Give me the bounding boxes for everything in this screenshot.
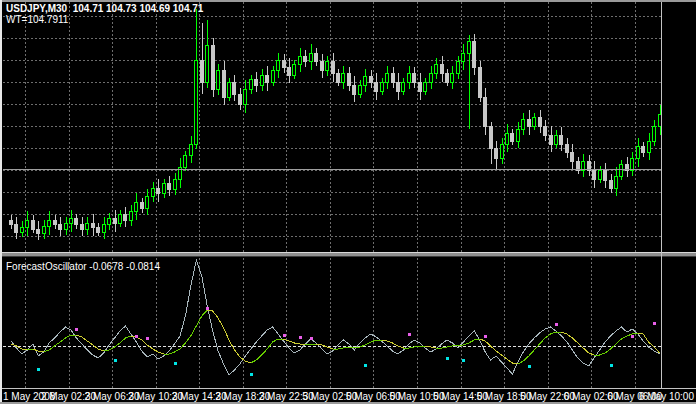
oscillator-smooth-line xyxy=(343,347,349,348)
indicator-panel[interactable] xyxy=(3,258,661,388)
price-axis[interactable]: 104.71 0.8571 0.00 -0.2903 105.75105.601… xyxy=(661,0,696,388)
oscillator-smooth-line xyxy=(393,343,398,346)
bull-candle-body xyxy=(244,89,247,104)
oscillator-smooth-line xyxy=(523,356,529,361)
bull-candle-body xyxy=(261,75,264,85)
bull-candle-body xyxy=(326,61,329,70)
panel-divider[interactable] xyxy=(0,252,696,257)
oscillator-smooth-line xyxy=(294,343,300,344)
bear-candle-body xyxy=(54,220,57,224)
bear-candle-body xyxy=(255,79,258,85)
oscillator-smooth-line xyxy=(153,349,159,352)
oscillator-smooth-line xyxy=(316,344,322,345)
bear-candle-body xyxy=(32,220,35,229)
oscillator-smooth-line xyxy=(529,350,534,356)
bull-candle-body xyxy=(517,129,520,141)
bull-candle-body xyxy=(103,224,106,232)
oscillator-smooth-line xyxy=(540,338,546,344)
bull-candle-body xyxy=(501,144,504,158)
bull-candle-body xyxy=(457,61,460,73)
signal-dot-cyan xyxy=(250,373,253,376)
bull-candle-body xyxy=(402,82,405,91)
oscillator-smooth-line xyxy=(22,349,28,350)
bear-candle-body xyxy=(495,148,498,158)
bear-candle-body xyxy=(332,61,335,73)
bear-candle-body xyxy=(321,61,324,70)
oscillator-smooth-line xyxy=(447,346,452,347)
oscillator-smooth-line xyxy=(289,341,295,343)
bear-candle-body xyxy=(588,161,591,170)
candlestick-chart[interactable] xyxy=(3,2,661,252)
bear-candle-body xyxy=(10,220,13,224)
wt-indicator-value: WT=104.7911 xyxy=(6,14,68,25)
oscillator-smooth-line xyxy=(142,340,148,345)
oscillator-smooth-line xyxy=(120,338,126,343)
oscillator-smooth-line xyxy=(469,340,475,343)
bull-candle-body xyxy=(364,76,367,85)
oscillator-smooth-line xyxy=(616,339,621,344)
oscillator-smooth-line xyxy=(169,352,174,354)
indicator-value-2: -0.0814 xyxy=(126,261,160,272)
oscillator-smooth-line xyxy=(235,350,240,357)
bull-candle-body xyxy=(70,218,73,223)
oscillator-smooth-line xyxy=(567,334,573,338)
oscillator-smooth-line xyxy=(327,347,333,349)
oscillator-smooth-line xyxy=(55,342,61,346)
bull-candle-body xyxy=(250,79,253,89)
signal-dot-magenta xyxy=(484,335,487,338)
bear-candle-body xyxy=(283,60,286,67)
bear-candle-body xyxy=(392,73,395,82)
bear-candle-body xyxy=(304,56,307,61)
bull-candle-body xyxy=(299,56,302,64)
bull-candle-body xyxy=(582,161,585,170)
bull-candle-body xyxy=(468,41,471,53)
signal-dot-cyan xyxy=(37,368,40,371)
signal-dot-magenta xyxy=(206,307,209,310)
bear-candle-body xyxy=(479,67,482,97)
window-frame-left xyxy=(0,0,2,404)
bear-candle-body xyxy=(233,82,236,94)
bear-candle-body xyxy=(81,224,84,229)
oscillator-smooth-line xyxy=(267,342,272,349)
bull-candle-body xyxy=(119,214,122,223)
oscillator-smooth-line xyxy=(82,337,87,341)
signal-dot-magenta xyxy=(283,334,286,337)
bear-candle-body xyxy=(528,119,531,126)
oscillator-smooth-line xyxy=(213,311,218,318)
oscillator-smooth-line xyxy=(551,332,556,334)
oscillator-smooth-line xyxy=(562,332,567,334)
price-chart-panel[interactable] xyxy=(3,2,661,252)
bull-candle-body xyxy=(86,223,89,229)
bear-candle-body xyxy=(544,126,547,135)
bull-candle-body xyxy=(130,211,133,220)
bear-candle-body xyxy=(201,60,204,82)
forecast-oscillator-chart[interactable] xyxy=(3,258,661,388)
bear-candle-body xyxy=(571,152,574,161)
oscillator-smooth-line xyxy=(273,339,279,342)
bear-candle-body xyxy=(114,218,117,223)
bull-candle-body xyxy=(430,73,433,82)
oscillator-smooth-line xyxy=(583,348,588,353)
bear-candle-body xyxy=(577,161,580,170)
bull-candle-body xyxy=(408,73,411,82)
bull-candle-body xyxy=(462,53,465,61)
bear-candle-body xyxy=(419,82,422,91)
bull-candle-body xyxy=(277,60,280,70)
signal-dot-cyan xyxy=(528,365,531,368)
bear-candle-body xyxy=(15,224,18,232)
signal-dot-magenta xyxy=(299,336,302,339)
oscillator-smooth-line xyxy=(409,347,414,348)
bull-candle-body xyxy=(435,64,438,73)
oscillator-raw-line xyxy=(11,260,660,375)
bear-candle-body xyxy=(353,85,356,94)
indicator-name: ForecastOscillator xyxy=(6,261,87,272)
oscillator-smooth-line xyxy=(104,350,109,351)
indicator-title: ForecastOscillator -0.0678 -0.0814 xyxy=(6,261,160,272)
bull-candle-body xyxy=(522,119,525,129)
bull-candle-body xyxy=(152,188,155,196)
signal-dot-cyan xyxy=(462,359,465,362)
bear-candle-body xyxy=(610,180,613,188)
oscillator-smooth-line xyxy=(431,347,436,348)
bear-candle-body xyxy=(375,82,378,91)
bull-candle-body xyxy=(381,82,384,91)
